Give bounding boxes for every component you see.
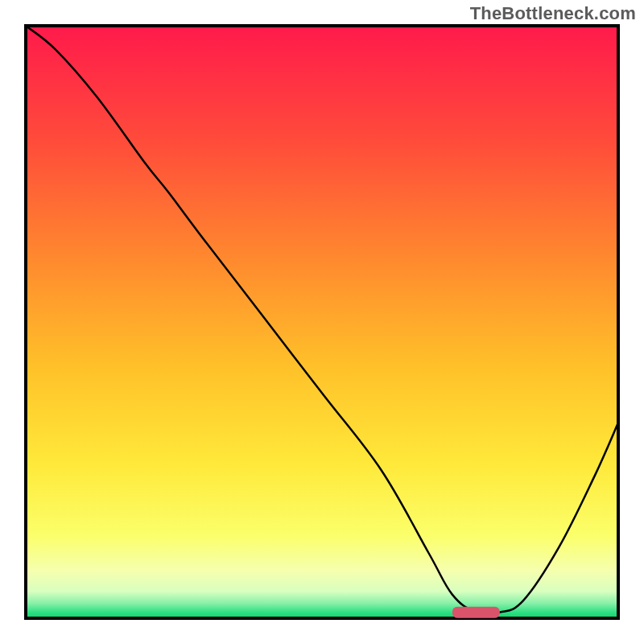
bottleneck-chart [0,0,644,644]
watermark-text: TheBottleneck.com [470,3,636,24]
optimal-range-marker [452,607,500,618]
chart-background [26,26,618,618]
chart-container: TheBottleneck.com [0,0,644,644]
